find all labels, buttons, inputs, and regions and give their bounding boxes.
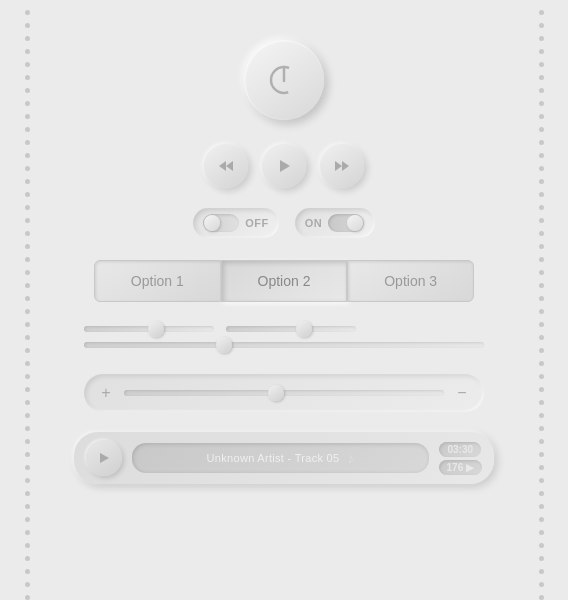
- slider-small-2[interactable]: [226, 326, 356, 332]
- large-slider-row: [84, 342, 484, 348]
- small-sliders-row: [84, 326, 484, 332]
- toggle-off[interactable]: OFF: [193, 208, 279, 238]
- music-note-icon: ♪: [347, 451, 354, 466]
- svg-marker-6: [342, 161, 349, 171]
- svg-marker-2: [226, 161, 233, 171]
- option-button-2[interactable]: Option 2: [221, 260, 348, 302]
- slider-thumb-2[interactable]: [296, 321, 312, 337]
- main-container: OFF ON Option 1 Option 2 Option 3: [0, 0, 568, 600]
- music-player: Unknown Artist - Track 05 ♪ 03:30 176 ▶: [74, 432, 494, 484]
- slider-large[interactable]: [84, 342, 484, 348]
- time-box: 03:30 176 ▶: [439, 442, 482, 475]
- slider-thumb-large[interactable]: [216, 337, 232, 353]
- time-display: 03:30: [439, 442, 481, 457]
- power-icon: [266, 62, 302, 98]
- count-display: 176 ▶: [439, 460, 482, 475]
- volume-row: + −: [84, 374, 484, 412]
- toggle-track-on: [328, 214, 364, 232]
- play-icon: [275, 157, 293, 175]
- toggle-row: OFF ON: [193, 208, 375, 238]
- slider-thumb-1[interactable]: [148, 321, 164, 337]
- svg-marker-4: [280, 160, 290, 172]
- right-dot-border: [534, 0, 548, 600]
- play-button[interactable]: [262, 144, 306, 188]
- player-play-icon: [97, 451, 111, 465]
- toggle-on-label: ON: [305, 217, 323, 229]
- power-button[interactable]: [244, 40, 324, 120]
- option-button-3[interactable]: Option 3: [347, 260, 474, 302]
- left-dot-border: [20, 0, 34, 600]
- player-play-button[interactable]: [86, 440, 122, 476]
- volume-thumb[interactable]: [268, 385, 284, 401]
- toggle-off-label: OFF: [245, 217, 269, 229]
- forward-icon: [333, 157, 351, 175]
- toggle-knob-on: [347, 215, 363, 231]
- power-button-wrapper: [244, 40, 324, 120]
- volume-slider[interactable]: [124, 390, 444, 396]
- svg-marker-3: [219, 161, 226, 171]
- toggle-track-off: [203, 214, 239, 232]
- volume-max-icon: −: [454, 384, 470, 402]
- volume-min-icon: +: [98, 384, 114, 402]
- track-info: Unknown Artist - Track 05 ♪: [132, 443, 429, 473]
- option-row: Option 1 Option 2 Option 3: [94, 260, 474, 302]
- slider-small-1[interactable]: [84, 326, 214, 332]
- option-button-1[interactable]: Option 1: [94, 260, 221, 302]
- media-controls: [204, 144, 364, 188]
- rewind-button[interactable]: [204, 144, 248, 188]
- sliders-section: [84, 326, 484, 358]
- track-name: Unknown Artist - Track 05: [207, 452, 340, 464]
- toggle-on[interactable]: ON: [295, 208, 375, 238]
- forward-button[interactable]: [320, 144, 364, 188]
- svg-marker-7: [100, 453, 109, 463]
- svg-marker-5: [335, 161, 342, 171]
- rewind-icon: [217, 157, 235, 175]
- toggle-knob-off: [204, 215, 220, 231]
